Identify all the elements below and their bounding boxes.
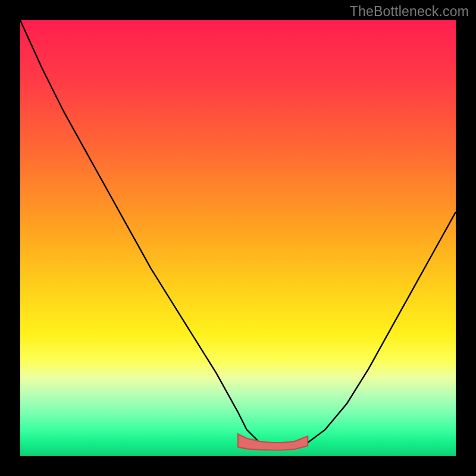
gradient-plot-area — [20, 20, 456, 456]
chart-frame: TheBottleneck.com — [0, 0, 476, 476]
watermark-text: TheBottleneck.com — [350, 4, 469, 20]
